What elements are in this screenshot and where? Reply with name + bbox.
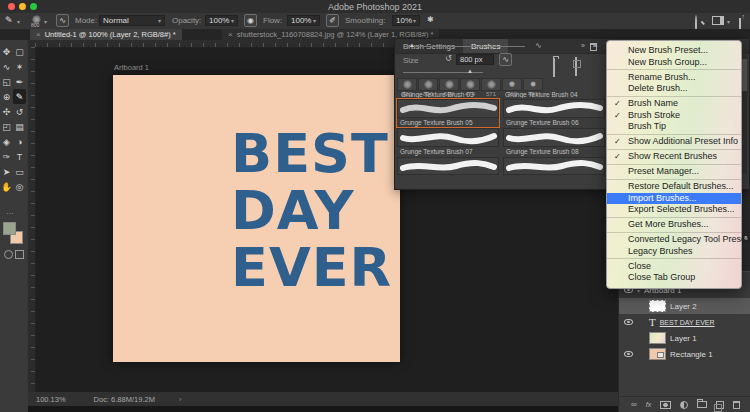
layer-row-rectangle[interactable]: Rectangle 1 (619, 346, 750, 362)
workspace-switcher-icon[interactable] (712, 16, 724, 25)
menu-item[interactable]: New Brush Group... (607, 57, 741, 69)
menu-item-import-brushes[interactable]: Import Brushes... (607, 193, 741, 205)
smoothing-field[interactable]: 10% ▾ (392, 15, 420, 26)
photoshop-window: Adobe Photoshop 2021 ✎ ▾ 800 ▾ ∿ Mode: N… (0, 0, 750, 412)
brush-name[interactable]: Grunge Texture Brush 03 (401, 91, 474, 98)
marquee-tool[interactable]: ▢ (13, 44, 26, 59)
collapse-panel-icon[interactable]: » (581, 42, 585, 49)
crop-tool[interactable]: ◱ (0, 74, 13, 89)
brush-item-selected[interactable]: Grunge Texture Brush 05 (397, 99, 499, 127)
menu-item[interactable]: ✓Show Additional Preset Info (607, 136, 741, 148)
new-group-icon[interactable] (553, 58, 555, 77)
gradient-tool[interactable]: ▤ (13, 119, 26, 134)
shape-tool[interactable]: ▭ (13, 164, 26, 179)
hand-tool[interactable]: ✋ (0, 179, 13, 194)
screen-mode-icon[interactable] (15, 250, 24, 259)
artboard-label[interactable]: Artboard 1 (114, 63, 149, 72)
recent-brush[interactable]: 571 (481, 78, 501, 97)
brush-item[interactable]: Grunge Texture Brush 08 (503, 128, 605, 156)
canvas-text-line-1: BEST (231, 127, 389, 181)
layer-mask-icon[interactable] (660, 401, 671, 409)
clone-stamp-tool[interactable]: ✣ (0, 104, 13, 119)
zoom-level-field[interactable]: 100.13% (36, 395, 66, 404)
pressure-opacity-icon[interactable]: ◉ (244, 14, 257, 27)
menu-item[interactable]: New Brush Preset... (607, 45, 741, 57)
quick-mask-icon[interactable] (4, 250, 13, 259)
mode-select[interactable]: Normal ▾ (99, 15, 165, 26)
airbrush-icon[interactable]: ✐ (326, 14, 339, 27)
menu-item[interactable]: Legacy Brushes (607, 246, 741, 258)
layer-row-text[interactable]: T BEST DAY EVER (619, 314, 750, 330)
stroke-preview-toggle-icon[interactable]: ∿ (535, 41, 542, 50)
new-brush-icon[interactable] (575, 57, 577, 76)
menu-item[interactable]: Delete Brush... (607, 83, 741, 95)
smoothing-gear-icon[interactable]: ✱ (427, 15, 434, 24)
foreground-color-swatch[interactable] (3, 222, 16, 235)
delete-brush-icon[interactable] (590, 43, 597, 51)
brush-name[interactable]: Grunge Texture Brush 04 (505, 91, 578, 98)
quick-selection-tool[interactable]: ✶ (13, 59, 26, 74)
zoom-tool[interactable]: ◎ (13, 179, 26, 194)
layers-footer: ∞ fx (619, 396, 750, 412)
preset-chevron-icon[interactable]: ▾ (44, 18, 47, 25)
menu-item[interactable]: Brush Tip (607, 121, 741, 133)
healing-brush-tool[interactable]: ⊕ (0, 89, 13, 104)
panel-scrollbar[interactable] (742, 55, 747, 174)
layer-effects-icon[interactable]: fx (646, 401, 651, 408)
brush-tip-edit-icon[interactable]: ∿ (499, 53, 512, 66)
new-group-icon[interactable] (697, 401, 707, 408)
menu-item[interactable]: Preset Manager... (607, 166, 741, 178)
history-brush-tool[interactable]: ↺ (13, 104, 26, 119)
eraser-tool[interactable]: ◰ (0, 119, 13, 134)
brush-item[interactable] (503, 157, 605, 175)
status-chevron-icon[interactable]: › (179, 395, 182, 404)
move-tool[interactable]: ✥ (0, 44, 13, 59)
tab-untitled-1[interactable]: × Untitled-1 @ 100% (Layer 2, RGB/8#) * (30, 29, 182, 40)
menu-item[interactable]: Restore Default Brushes... (607, 181, 741, 193)
eyedropper-tool[interactable]: ✒ (13, 74, 26, 89)
size-slider-thumb[interactable]: ▲ (467, 68, 473, 74)
menu-item[interactable]: Converted Legacy Tool Presets (607, 234, 741, 246)
menu-item[interactable]: Close Tab Group (607, 272, 741, 284)
layer-row-layer1[interactable]: Layer 1 (619, 330, 750, 346)
new-layer-icon[interactable] (716, 401, 724, 409)
visibility-eye-icon[interactable] (624, 319, 633, 325)
size-input[interactable]: 800 px (456, 54, 494, 65)
active-tool-icon[interactable]: ✎ (5, 15, 13, 25)
type-tool[interactable]: T (13, 149, 26, 164)
visibility-eye-icon[interactable] (624, 351, 633, 357)
menu-item[interactable]: Export Selected Brushes... (607, 204, 741, 216)
preview-size-thumb[interactable]: ▲ (409, 42, 415, 48)
layer-row-layer2[interactable]: Layer 2 (619, 298, 750, 314)
adjustment-layer-icon[interactable] (680, 401, 688, 409)
brush-tool[interactable]: ✎ (13, 89, 26, 104)
close-tab-icon[interactable]: × (228, 30, 233, 39)
blur-tool[interactable]: ◈ (0, 134, 13, 149)
link-layers-icon[interactable]: ∞ (631, 400, 637, 409)
brush-item[interactable]: Grunge Texture Brush 07 (397, 128, 499, 156)
toggle-brush-settings-icon[interactable]: ∿ (56, 14, 69, 27)
menu-item[interactable]: ✓Brush Name (607, 98, 741, 110)
canvas-text-line-3: EVER (231, 241, 392, 295)
chevron-down-icon[interactable]: ▾ (727, 18, 730, 25)
brush-item[interactable]: Grunge Texture Brush 06 (503, 99, 605, 127)
delete-layer-icon[interactable] (733, 401, 740, 409)
path-selection-tool[interactable]: ➤ (0, 164, 13, 179)
menu-item[interactable]: Get More Brushes... (607, 219, 741, 231)
menu-item[interactable]: Rename Brush... (607, 72, 741, 84)
preview-size-slider[interactable] (403, 46, 525, 47)
dodge-tool[interactable]: ◑ (13, 134, 26, 149)
menu-item[interactable]: ✓Brush Stroke (607, 110, 741, 122)
close-tab-icon[interactable]: × (36, 30, 41, 39)
menu-item[interactable]: Close (607, 261, 741, 273)
tool-chevron-icon[interactable]: ▾ (17, 18, 20, 25)
opacity-field[interactable]: 100% ▾ (205, 15, 238, 26)
lasso-tool[interactable]: ∿ (0, 59, 13, 74)
more-tools-icon[interactable]: … (6, 207, 14, 216)
chevron-down-icon: ▾ (413, 17, 416, 24)
menu-item[interactable]: ✓Show Recent Brushes (607, 151, 741, 163)
brush-item[interactable] (397, 157, 499, 175)
reset-size-icon[interactable]: ↺ (445, 54, 452, 63)
pen-tool[interactable]: ✑ (0, 149, 13, 164)
flow-field[interactable]: 100% ▾ (287, 15, 320, 26)
